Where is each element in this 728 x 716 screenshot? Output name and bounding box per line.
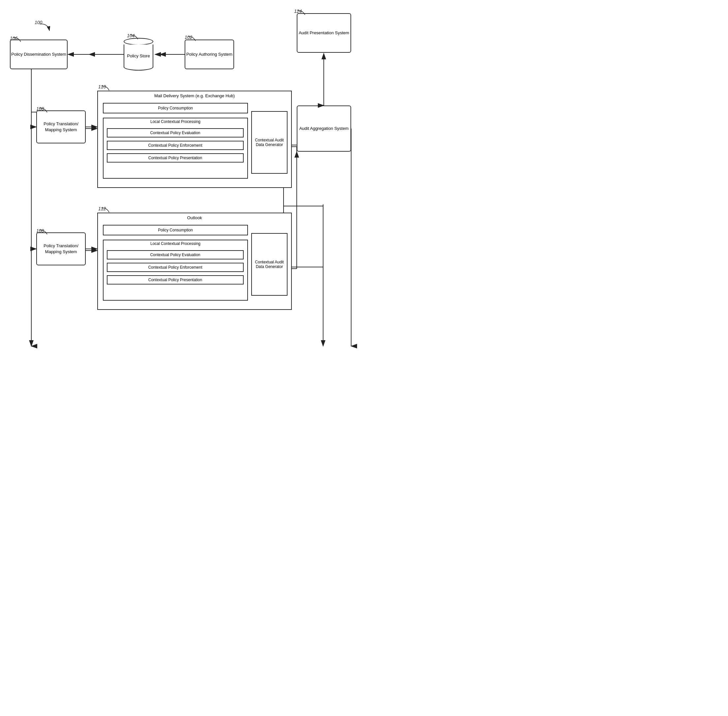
cylinder-body: Policy Store <box>124 44 153 68</box>
mail-delivery-title: Mail Delivery System (e.g. Exchange Hub) <box>98 91 291 100</box>
audit-presentation-box: Audit Presentation System <box>297 13 351 53</box>
policy-dissemination-box: Policy Dissemination System <box>10 39 68 69</box>
ref-108b-arrow <box>39 229 49 236</box>
ref-104-arrow <box>130 34 140 41</box>
ref-124-arrow <box>297 10 306 17</box>
ref-108a-arrow <box>39 108 49 114</box>
diagram: 100 Policy Dissemination System 106 Poli… <box>0 0 364 358</box>
policy-store-label: Policy Store <box>127 53 150 58</box>
lcp-title-2: Local Contextual Processing <box>103 240 247 247</box>
policy-translation-1-box: Policy Translation/ Mapping System <box>36 111 86 143</box>
outlook-title: Outlook <box>98 213 291 221</box>
cpe-eval-2: Contextual Policy Evaluation <box>107 250 244 259</box>
policy-consumption-1: Policy Consumption <box>103 103 248 114</box>
policy-translation-2-label: Policy Translation/ Mapping System <box>37 243 85 255</box>
policy-consumption-2: Policy Consumption <box>103 225 248 235</box>
policy-translation-1-label: Policy Translation/ Mapping System <box>37 121 85 133</box>
outlook-outer-box: Outlook Policy Consumption Local Context… <box>97 212 292 310</box>
policy-translation-2-box: Policy Translation/ Mapping System <box>36 232 86 265</box>
ref-102-arrow <box>187 36 197 42</box>
mail-delivery-outer-box: Mail Delivery System (e.g. Exchange Hub)… <box>97 91 292 188</box>
policy-authoring-box: Policy Authoring System <box>185 39 234 69</box>
audit-presentation-label: Audit Presentation System <box>299 30 349 36</box>
audit-aggregation-label: Audit Aggregation System <box>299 126 349 132</box>
audit-aggregation-box: Audit Aggregation System <box>297 106 351 152</box>
cadg-2: Contextual Audit Data Generator <box>251 233 288 296</box>
lcp-box-1: Local Contextual Processing Contextual P… <box>103 118 248 179</box>
cylinder-bottom-ellipse <box>124 63 153 71</box>
cpe-enf-2: Contextual Policy Enforcement <box>107 263 244 272</box>
lcp-title-1: Local Contextual Processing <box>103 118 247 124</box>
policy-dissemination-label: Policy Dissemination System <box>11 52 66 58</box>
cadg-1: Contextual Audit Data Generator <box>251 111 288 174</box>
cpp-1: Contextual Policy Presentation <box>107 153 244 162</box>
policy-store-cylinder: Policy Store <box>124 38 153 68</box>
ref-106-arrow <box>12 37 23 44</box>
cpe-eval-1: Contextual Policy Evaluation <box>107 128 244 138</box>
cpp-2: Contextual Policy Presentation <box>107 275 244 285</box>
ref-100-arrow <box>38 23 51 32</box>
cpe-enf-1: Contextual Policy Enforcement <box>107 141 244 150</box>
lcp-box-2: Local Contextual Processing Contextual P… <box>103 240 248 300</box>
policy-authoring-label: Policy Authoring System <box>186 52 232 58</box>
